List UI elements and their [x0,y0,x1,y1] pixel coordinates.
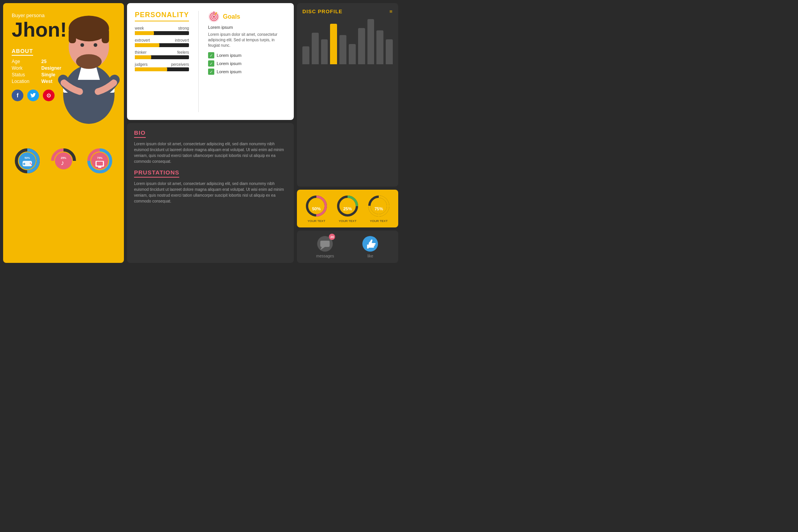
svg-rect-37 [98,167,101,168]
disc-bars [302,19,393,66]
goals-description: Lorem ipsum dolor sit amet, consectetur … [208,32,286,48]
twitter-icon[interactable] [27,90,39,101]
trait-right-4: perceivers [171,62,189,67]
music-donut: 25% ♪ [50,147,77,174]
bio-text: Lorem ipsum dolor sit amet, consectetuer… [134,141,287,164]
about-val-age: 25 [41,59,46,64]
thumbs-up-icon [362,235,379,252]
donut-25-sub: YOUR TEXT [339,219,357,223]
games-donut: 50% [14,147,41,174]
donut-75: 75% YOUR TEXT [367,194,390,223]
trait-week-strong: week strong [135,26,189,35]
svg-text:75%: 75% [97,157,103,159]
buyer-label: Buyer persona [12,12,45,18]
donut-50: 50% YOUR TEXT [305,194,328,223]
about-key-work: Work [12,65,35,71]
like-label: like [367,254,373,258]
bio-frustrations-panel: BIO Lorem ipsum dolor sit amet, consecte… [127,123,294,263]
about-key-location: Location [12,79,35,84]
social-stats-panel: 20 messages like [297,231,398,263]
messages-stat: 20 messages [316,235,334,258]
trait-extrovert-introvert: extrovert introvert [135,38,189,47]
trait-left-1: week [135,26,144,30]
svg-rect-38 [97,162,103,166]
trait-right-3: feelers [177,50,189,55]
about-title: ABOUT [12,48,33,56]
donut-75-sub: YOUR TEXT [370,219,388,223]
trait-judgers-perceivers: judgers perceivers [135,62,189,71]
goal-item-2: ✓ Lorem ipsum [208,60,286,67]
frustrations-section: PRUSTATIONS Lorem ipsum dolor sit amet, … [134,169,287,204]
svg-text:50%: 50% [25,157,30,159]
svg-point-8 [80,43,84,47]
personality-panel: PERSONALITY week strong extrovert introv… [127,3,294,120]
frustrations-text: Lorem ipsum dolor sit amet, consectetuer… [134,181,287,204]
trait-right-1: strong [178,26,189,30]
facebook-icon[interactable]: f [12,90,23,101]
like-stat: like [362,235,379,258]
bio-title: BIO [134,129,146,138]
donut-50-sub: YOUR TEXT [307,219,325,223]
divider [198,11,199,112]
disc-title-text: DISC PROFILE [302,9,343,14]
svg-point-25 [30,163,31,164]
goal-label-3: Lorem ipsum [217,69,242,74]
disc-menu-icon[interactable]: ≡ [389,9,393,14]
trait-left-2: extrovert [135,38,150,42]
trait-right-2: introvert [175,38,189,42]
donut-25: 25% YOUR TEXT [336,194,359,223]
donut-panel: 50% YOUR TEXT 25% YOUR TEXT 75% YOUR TEX… [297,190,398,227]
profile-card: Buyer persona Jhon! ABOUT Age 25 Work De… [3,3,124,263]
notification-badge: 20 [329,234,335,240]
donut-75-label: 75% [374,206,383,211]
frustrations-title: PRUSTATIONS [134,169,179,178]
check-icon-2: ✓ [208,60,214,67]
trait-left-4: judgers [135,62,148,67]
goal-label-1: Lorem ipsum [217,53,242,58]
svg-text:♪: ♪ [61,159,64,167]
svg-point-9 [94,43,97,47]
svg-point-26 [31,164,32,165]
trait-thinker-feelers: thinker feelers [135,50,189,59]
target-icon [208,11,220,23]
goals-subtitle: Lorem ipsum [208,25,286,30]
check-icon-1: ✓ [208,52,214,58]
about-key-status: Status [12,72,35,78]
goal-label-2: Lorem ipsum [217,61,242,66]
donut-25-label: 25% [343,206,352,211]
donut-50-label: 50% [312,206,321,211]
watch-donut: 75% [86,147,113,174]
about-key-age: Age [12,59,35,64]
trait-left-3: thinker [135,50,147,55]
check-icon-3: ✓ [208,69,214,75]
svg-rect-24 [23,164,25,164]
svg-rect-5 [69,28,76,43]
messages-label: messages [316,254,334,258]
svg-point-15 [213,16,215,18]
goals-section: Goals Lorem ipsum Lorem ipsum dolor sit … [208,11,286,112]
svg-rect-6 [102,28,109,43]
message-icon-wrap: 20 [316,235,334,252]
bio-section: BIO Lorem ipsum dolor sit amet, consecte… [134,129,287,164]
personality-title: PERSONALITY [135,11,189,21]
goal-item-3: ✓ Lorem ipsum [208,69,286,75]
goal-item-1: ✓ Lorem ipsum [208,52,286,58]
goals-title: Goals [223,13,240,20]
personality-left: PERSONALITY week strong extrovert introv… [135,11,189,112]
disc-panel: DISC PROFILE ≡ 50% YOUR TEXT [297,3,398,263]
disc-chart-panel: DISC PROFILE ≡ [297,3,398,187]
svg-point-7 [76,54,102,69]
svg-rect-49 [320,241,330,247]
